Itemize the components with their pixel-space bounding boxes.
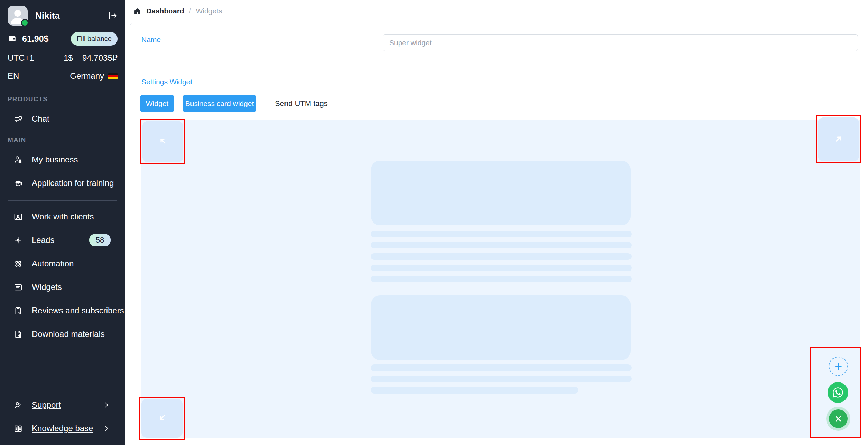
marker-bottom-left (139, 397, 185, 440)
close-icon (833, 414, 843, 424)
id-card-icon (13, 212, 23, 221)
leads-count-badge: 58 (89, 234, 111, 246)
sidebar-item-label: Knowledge base (32, 424, 93, 433)
app-root: Nikita 61.90$ Fill balance UTC+1 1$ = 94… (0, 0, 868, 445)
section-label-main: MAIN (8, 136, 118, 144)
placeholder-line (371, 242, 632, 248)
sidebar-item-label: Chat (32, 114, 49, 124)
sidebar-item-widgets[interactable]: Widgets (8, 280, 118, 295)
home-icon[interactable] (133, 7, 141, 15)
language-value[interactable]: EN (8, 71, 19, 81)
close-widget-button[interactable] (829, 409, 848, 428)
online-status-dot (21, 19, 29, 27)
hub-icon (13, 235, 23, 245)
chat-icon (13, 114, 23, 124)
placeholder-line (371, 276, 632, 282)
marker-fab-zone: + (810, 347, 861, 438)
widget-name-input[interactable] (383, 34, 858, 51)
sidebar-item-support[interactable]: Support (8, 397, 118, 413)
arrow-up-right-icon (833, 133, 844, 146)
country-value: Germany (70, 71, 104, 81)
widget-card-icon (13, 282, 23, 292)
placeholder-line (371, 376, 632, 382)
arrow-down-left-icon (156, 412, 168, 425)
arrow-up-left-icon (157, 135, 169, 148)
send-utm-tags-row: Send UTM tags (265, 95, 328, 112)
user-row: Nikita (8, 6, 118, 26)
timezone-value: UTC+1 (8, 53, 34, 63)
sidebar-item-download-materials[interactable]: Download materials (8, 326, 118, 342)
support-agent-icon (13, 400, 23, 410)
placeholder-line-short (371, 387, 578, 394)
placeholder-line (371, 231, 632, 237)
atom-icon (13, 259, 23, 268)
section-label-products: PRODUCTS (8, 95, 118, 103)
breadcrumb: Dashboard / Widgets (133, 0, 222, 22)
add-channel-button[interactable]: + (829, 357, 848, 376)
clipboard-check-icon (13, 306, 23, 315)
germany-flag-icon (108, 73, 118, 79)
placeholder-block (371, 295, 631, 360)
sidebar-item-label: Work with clients (32, 212, 94, 221)
language-row: EN Germany (8, 71, 118, 81)
breadcrumb-separator: / (189, 7, 191, 15)
sidebar-divider (8, 200, 117, 201)
sidebar-item-chat[interactable]: Chat (8, 111, 118, 126)
avatar[interactable] (8, 6, 28, 26)
timezone-row: UTC+1 1$ = 94.7035₽ (8, 53, 118, 63)
fill-balance-button[interactable]: Fill balance (71, 32, 118, 46)
sidebar-item-label: Leads (32, 235, 54, 245)
name-field-label: Name (141, 36, 161, 44)
plus-icon: + (834, 360, 842, 373)
sidebar-footer: Support Knowledge base (8, 389, 118, 436)
send-utm-tags-checkbox[interactable] (265, 101, 271, 106)
resize-handle-bottom-left[interactable] (141, 399, 183, 438)
person-briefcase-icon (13, 155, 23, 164)
logout-icon[interactable] (107, 10, 118, 21)
placeholder-line (371, 364, 632, 371)
settings-widget-label: Settings Widget (141, 78, 192, 86)
country-wrap[interactable]: Germany (70, 71, 118, 81)
send-utm-tags-label: Send UTM tags (275, 99, 328, 108)
graduation-cap-icon (13, 178, 23, 188)
content-card: Name Settings Widget Widget Business car… (130, 23, 868, 445)
sidebar-item-label: Application for training (32, 178, 114, 188)
breadcrumb-current: Widgets (196, 7, 222, 15)
sidebar-item-label: Reviews and subscribers (32, 306, 124, 315)
chevron-right-icon (102, 424, 111, 433)
resize-handle-top-left[interactable] (142, 121, 183, 162)
resize-handle-top-right[interactable] (818, 117, 859, 161)
sidebar-item-label: Automation (32, 259, 74, 268)
sidebar-item-automation[interactable]: Automation (8, 256, 118, 271)
breadcrumb-dashboard-link[interactable]: Dashboard (146, 7, 184, 15)
sidebar-item-reviews-and-subscribers[interactable]: Reviews and subscribers (8, 303, 118, 318)
sidebar-item-label: Download materials (32, 329, 105, 339)
placeholder-line (371, 253, 632, 260)
placeholder-block (371, 161, 631, 225)
sidebar-item-label: Widgets (32, 282, 62, 292)
sidebar-item-label: My business (32, 155, 78, 164)
sidebar-item-knowledge-base[interactable]: Knowledge base (8, 421, 118, 436)
widget-type-button[interactable]: Widget (140, 95, 174, 112)
balance-amount: 61.90$ (22, 34, 48, 44)
sidebar-item-my-business[interactable]: My business (8, 152, 118, 167)
sidebar-item-work-with-clients[interactable]: Work with clients (8, 209, 118, 224)
sidebar-item-application-for-training[interactable]: Application for training (8, 176, 118, 191)
marker-top-right (816, 115, 861, 163)
document-download-icon (13, 329, 23, 339)
sidebar-item-leads[interactable]: Leads 58 (8, 233, 118, 248)
placeholder-line (371, 265, 632, 271)
marker-top-left (140, 119, 185, 164)
business-card-widget-type-button[interactable]: Business card widget (183, 95, 256, 112)
exchange-rate-value: 1$ = 94.7035₽ (64, 53, 118, 63)
sidebar: Nikita 61.90$ Fill balance UTC+1 1$ = 94… (0, 0, 125, 445)
wallet-icon (8, 34, 17, 43)
sidebar-item-label: Support (32, 400, 61, 410)
book-icon (13, 424, 23, 433)
balance-row: 61.90$ Fill balance (8, 32, 118, 45)
whatsapp-icon (832, 386, 844, 399)
user-name: Nikita (35, 10, 60, 21)
chevron-right-icon (102, 401, 111, 409)
whatsapp-button[interactable] (828, 382, 848, 403)
widget-preview-canvas (141, 120, 860, 438)
